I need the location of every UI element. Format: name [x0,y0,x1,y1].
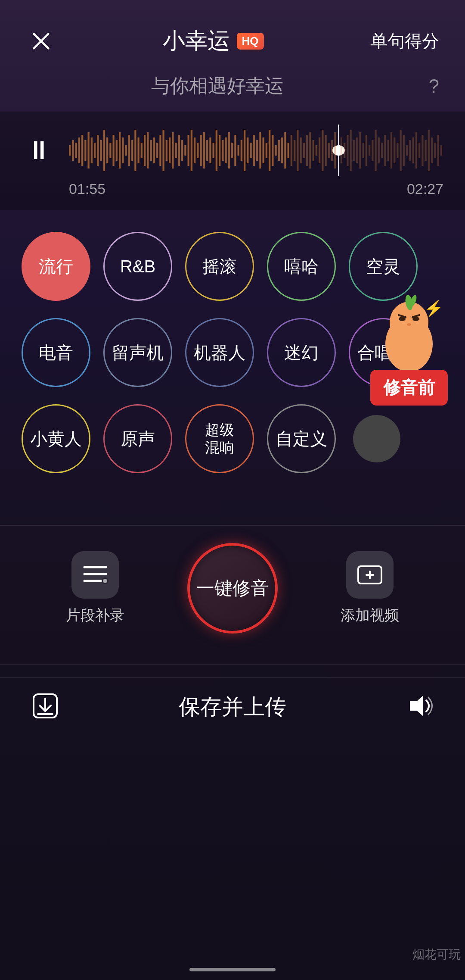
svg-rect-15 [109,143,111,158]
svg-rect-36 [175,143,177,158]
top-bar: 小幸运 HQ 单句得分 [0,0,465,65]
pause-button[interactable]: ⏸ [22,137,56,163]
style-robot[interactable]: 机器人 [185,318,254,387]
svg-rect-2 [69,145,71,156]
svg-rect-110 [403,135,405,166]
style-phonograph-label: 留声机 [112,341,164,365]
toggle-circle[interactable] [353,415,400,462]
add-video-button[interactable]: 添加视频 [341,551,399,625]
svg-rect-42 [194,137,195,163]
segment-record-button[interactable]: 片段补录 [66,551,124,625]
app-container: 小幸运 HQ 单句得分 与你相遇好幸运 ? ⏸ [0,0,465,980]
style-electric[interactable]: 电音 [22,318,90,387]
svg-rect-121 [437,135,439,166]
svg-rect-96 [359,132,361,169]
svg-rect-51 [222,140,223,161]
styles-row-1: 流行 R&B 摇滚 嘻哈 空灵 [22,232,443,301]
style-original[interactable]: 原声 [103,404,172,473]
style-phonograph[interactable]: 留声机 [103,318,172,387]
style-electric-label: 电音 [39,341,73,365]
score-button[interactable]: 单句得分 [370,29,439,53]
style-custom[interactable]: 自定义 [267,404,336,473]
bottom-divider [0,664,465,665]
style-pop-label: 流行 [39,255,73,278]
svg-point-143 [103,579,107,583]
lyrics-text: 与你相遇好幸运 [26,73,409,99]
svg-rect-105 [388,140,389,161]
svg-rect-101 [375,130,377,171]
svg-rect-68 [275,145,277,156]
svg-rect-25 [141,143,143,158]
style-rnb-label: R&B [120,257,155,276]
style-ethereal-label: 空灵 [366,255,400,278]
svg-rect-117 [425,140,427,161]
svg-rect-5 [78,137,80,163]
svg-rect-23 [134,130,136,171]
style-minion[interactable]: 小黄人 [22,404,90,473]
close-button[interactable] [26,26,56,56]
action-bar: 片段补录 一键修音 添加视频 [0,526,465,651]
svg-rect-11 [97,135,99,166]
svg-rect-55 [234,135,236,166]
svg-text:⚡: ⚡ [424,299,443,318]
total-time: 02:27 [407,181,443,197]
style-supermix-label: 超级 混响 [205,421,234,456]
style-rock[interactable]: 摇滚 [185,232,254,301]
download-icon [30,691,60,721]
svg-rect-4 [75,143,77,158]
help-button[interactable]: ? [418,75,439,97]
svg-rect-82 [313,140,314,161]
svg-rect-66 [269,130,270,171]
svg-rect-69 [278,140,280,161]
home-indicator [189,968,276,971]
tune-main-button[interactable]: 一键修音 [187,543,278,634]
watermark: 烟花可玩 [412,946,465,963]
style-rnb[interactable]: R&B [103,232,172,301]
svg-rect-28 [150,140,152,161]
hq-badge: HQ [237,33,264,50]
svg-rect-109 [400,130,402,171]
style-mystic[interactable]: 迷幻 [267,318,336,387]
style-rock-label: 摇滚 [202,255,237,278]
lyrics-area: 与你相遇好幸运 ? [0,65,465,112]
svg-rect-100 [372,140,373,161]
style-supermix[interactable]: 超级 混响 [185,404,254,473]
svg-rect-38 [181,140,183,161]
close-icon [31,31,51,51]
download-button[interactable] [30,691,60,723]
svg-rect-113 [412,137,414,163]
styles-grid: 流行 R&B 摇滚 嘻哈 空灵 电音 留声机 [0,210,465,499]
svg-rect-103 [381,143,383,158]
svg-rect-50 [219,135,220,166]
styles-row-3: 小黄人 原声 超级 混响 自定义 [22,404,443,473]
title-area: 小幸运 HQ [163,26,264,56]
pause-icon: ⏸ [26,137,52,163]
style-robot-label: 机器人 [194,341,245,365]
add-video-label: 添加视频 [341,605,399,625]
svg-rect-21 [128,135,130,166]
time-row: 01:55 02:27 [22,176,443,197]
svg-rect-122 [440,145,442,156]
style-pop[interactable]: 流行 [22,232,90,301]
svg-rect-6 [81,135,83,166]
mascot-overlay: ⚡ 修音前 [370,292,448,406]
svg-rect-91 [344,143,345,158]
svg-rect-3 [72,140,74,161]
svg-rect-88 [331,140,333,161]
before-tune-badge[interactable]: 修音前 [370,370,448,406]
volume-button[interactable] [405,691,435,723]
style-hiphop-label: 嘻哈 [284,255,319,278]
row2-container: 电音 留声机 机器人 迷幻 合唱团 [22,318,443,387]
svg-rect-22 [131,140,133,161]
svg-rect-14 [106,137,108,163]
svg-rect-102 [378,137,380,163]
svg-rect-76 [294,140,295,161]
tune-main-label: 一键修音 [196,577,269,599]
save-label[interactable]: 保存并上传 [179,693,286,721]
waveform-container[interactable] [69,125,443,176]
svg-rect-39 [184,145,186,156]
svg-rect-12 [100,140,102,161]
style-hiphop[interactable]: 嘻哈 [267,232,336,301]
style-ethereal[interactable]: 空灵 [349,232,418,301]
svg-rect-118 [428,130,430,171]
